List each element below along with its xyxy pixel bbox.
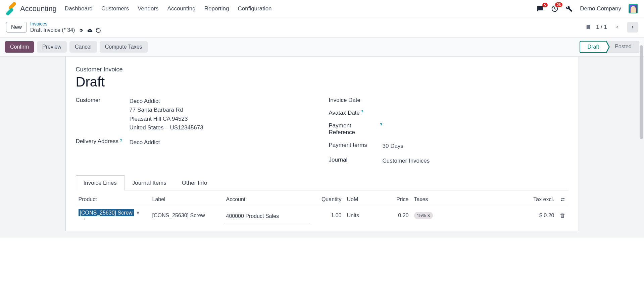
label-payment-terms: Payment terms <box>329 142 383 151</box>
tabs: Invoice Lines Journal Items Other Info <box>76 175 568 190</box>
bookmark-icon[interactable] <box>585 23 591 31</box>
app-name[interactable]: Accounting <box>20 4 57 13</box>
col-tax-excl[interactable]: Tax excl. <box>458 193 557 206</box>
table-row[interactable]: [CONS_25630] Screw ▾ → [CONS_25630] Scre… <box>76 206 568 225</box>
col-quantity[interactable]: Quantity <box>311 193 344 206</box>
statusbar: Confirm Preview Cancel Compute Taxes Dra… <box>0 37 644 57</box>
tools-icon[interactable] <box>566 5 573 12</box>
label-journal: Journal <box>329 157 383 165</box>
pager-prev[interactable] <box>612 22 623 33</box>
columns-adjust-icon[interactable] <box>560 197 566 202</box>
menu-customers[interactable]: Customers <box>101 5 129 12</box>
cell-product[interactable]: [CONS_25630] Screw <box>79 209 134 216</box>
col-label[interactable]: Label <box>150 193 224 206</box>
menu-accounting[interactable]: Accounting <box>167 5 196 12</box>
value-payment-terms[interactable]: 30 Days <box>383 142 568 151</box>
discard-icon[interactable] <box>96 28 101 33</box>
tax-chip[interactable]: 15%× <box>414 212 433 219</box>
help-icon[interactable]: ? <box>380 122 382 127</box>
breadcrumb: Invoices Draft Invoice (* 34) <box>30 21 101 34</box>
breadcrumb-current: Draft Invoice (* 34) <box>30 27 75 34</box>
tab-journal-items[interactable]: Journal Items <box>125 175 174 190</box>
state-draft[interactable]: Draft <box>580 41 607 53</box>
menu-reporting[interactable]: Reporting <box>204 5 229 12</box>
cell-uom[interactable]: Units <box>344 206 385 225</box>
new-button[interactable]: New <box>6 22 27 33</box>
top-navbar: Accounting Dashboard Customers Vendors A… <box>0 0 644 17</box>
messages-badge: 5 <box>542 3 548 7</box>
status-widget: Draft Posted <box>580 41 639 53</box>
help-icon[interactable]: ? <box>120 138 122 143</box>
scrollbar[interactable] <box>640 45 643 139</box>
remove-tax-icon[interactable]: × <box>428 213 430 218</box>
pager: 1 / 1 <box>585 22 638 33</box>
value-avatax-date[interactable] <box>383 110 568 116</box>
breadcrumb-parent[interactable]: Invoices <box>30 21 101 27</box>
svg-point-2 <box>561 200 562 200</box>
label-avatax-date: Avatax Date? <box>329 110 383 116</box>
value-delivery[interactable]: Deco Addict <box>130 138 315 147</box>
record-kind: Customer Invoice <box>76 66 568 73</box>
value-payment-ref[interactable] <box>383 122 568 136</box>
menu-configuration[interactable]: Configuration <box>238 5 271 12</box>
preview-button[interactable]: Preview <box>37 41 67 53</box>
record-title: Draft <box>76 74 568 90</box>
pager-next[interactable] <box>627 22 638 33</box>
cloud-save-icon[interactable] <box>87 28 92 33</box>
state-posted[interactable]: Posted <box>607 41 639 53</box>
cell-quantity[interactable]: 1.00 <box>311 206 344 225</box>
confirm-button[interactable]: Confirm <box>5 41 34 53</box>
cell-account[interactable]: 400000 Product Sales <box>224 206 311 225</box>
app-logo[interactable] <box>6 4 15 13</box>
value-invoice-date[interactable] <box>383 97 568 104</box>
help-icon[interactable]: ? <box>361 110 363 114</box>
label-payment-ref: Payment Reference? <box>329 122 383 136</box>
label-delivery: Delivery Address? <box>76 138 130 147</box>
invoice-lines-table: Product Label Account Quantity UoM Price… <box>76 193 568 226</box>
control-panel: New Invoices Draft Invoice (* 34) 1 / 1 <box>0 17 644 37</box>
svg-point-1 <box>563 198 564 199</box>
col-uom[interactable]: UoM <box>344 193 385 206</box>
delete-row-icon[interactable] <box>560 213 566 219</box>
compute-taxes-button[interactable]: Compute Taxes <box>100 41 148 53</box>
cell-price[interactable]: 0.20 <box>385 206 411 225</box>
cell-tax-excl: $ 0.20 <box>458 206 557 225</box>
col-product[interactable]: Product <box>76 193 150 206</box>
menu-dashboard[interactable]: Dashboard <box>65 5 93 12</box>
activities-badge: 26 <box>555 2 562 7</box>
col-account[interactable]: Account <box>224 193 311 206</box>
form-sheet: Customer Invoice Draft Customer Deco Add… <box>65 57 579 231</box>
label-invoice-date: Invoice Date <box>329 97 383 104</box>
topright: 5 26 Demo Company <box>536 4 638 13</box>
col-taxes[interactable]: Taxes <box>411 193 458 206</box>
pager-text[interactable]: 1 / 1 <box>596 24 607 31</box>
label-customer: Customer <box>76 97 130 132</box>
col-price[interactable]: Price <box>385 193 411 206</box>
cancel-button[interactable]: Cancel <box>69 41 97 53</box>
gear-icon[interactable] <box>78 28 84 33</box>
tab-other-info[interactable]: Other Info <box>174 175 215 190</box>
external-link-icon[interactable]: → <box>81 216 87 222</box>
user-avatar[interactable] <box>629 4 638 13</box>
company-name[interactable]: Demo Company <box>580 5 621 12</box>
main-menu: Dashboard Customers Vendors Accounting R… <box>65 5 536 12</box>
dropdown-caret-icon[interactable]: ▾ <box>137 210 139 216</box>
tab-invoice-lines[interactable]: Invoice Lines <box>76 175 125 190</box>
activities-icon[interactable]: 26 <box>551 5 558 12</box>
messages-icon[interactable]: 5 <box>536 5 544 12</box>
menu-vendors[interactable]: Vendors <box>138 5 158 12</box>
value-journal[interactable]: Customer Invoices <box>383 157 568 165</box>
cell-label[interactable]: [CONS_25630] Screw <box>150 206 224 225</box>
value-customer[interactable]: Deco Addict 77 Santa Barbara Rd Pleasant… <box>130 97 315 132</box>
